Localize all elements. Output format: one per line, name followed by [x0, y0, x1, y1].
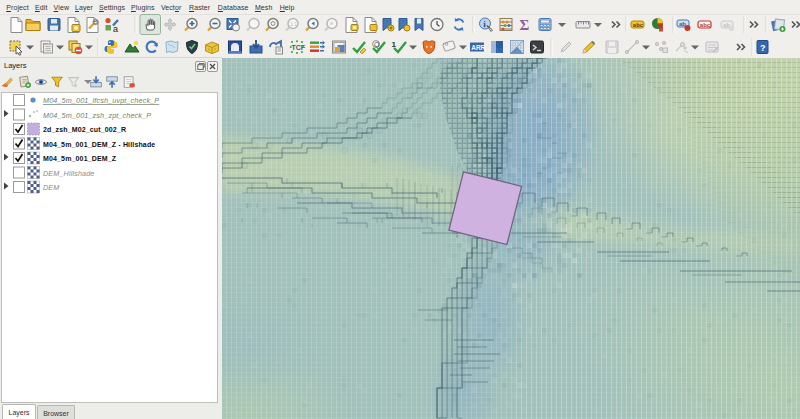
svg-text:abc: abc: [700, 22, 711, 28]
svg-text:1:1: 1:1: [290, 21, 297, 27]
svg-text:2d_zsh_M02_cut_002_R: 2d_zsh_M02_cut_002_R: [43, 126, 126, 133]
svg-text:M04_5m_001_zsh_zpt_check_P: M04_5m_001_zsh_zpt_check_P: [43, 111, 151, 120]
svg-text:?: ?: [760, 43, 766, 53]
svg-text:abc: abc: [633, 22, 644, 28]
svg-text:Layers: Layers: [4, 61, 27, 70]
svg-text:DEM: DEM: [43, 183, 59, 192]
svg-text:M04_5m_001_lfcsh_uvpt_check_P: M04_5m_001_lfcsh_uvpt_check_P: [43, 96, 159, 105]
svg-text:ε: ε: [75, 82, 78, 88]
svg-text:M04_5m_001_DEM_Z - Hillshade: M04_5m_001_DEM_Z - Hillshade: [43, 141, 155, 148]
svg-text:DEM_Hillshade: DEM_Hillshade: [43, 169, 94, 178]
svg-text:Σ: Σ: [520, 17, 530, 33]
svg-text:a: a: [113, 24, 118, 34]
svg-text:ARR: ARR: [471, 44, 485, 51]
svg-text:Q: Q: [374, 41, 380, 49]
svg-text:ab: ab: [723, 22, 730, 28]
svg-text:M04_5m_001_DEM_Z: M04_5m_001_DEM_Z: [43, 155, 117, 162]
svg-text:1: 1: [392, 40, 397, 49]
